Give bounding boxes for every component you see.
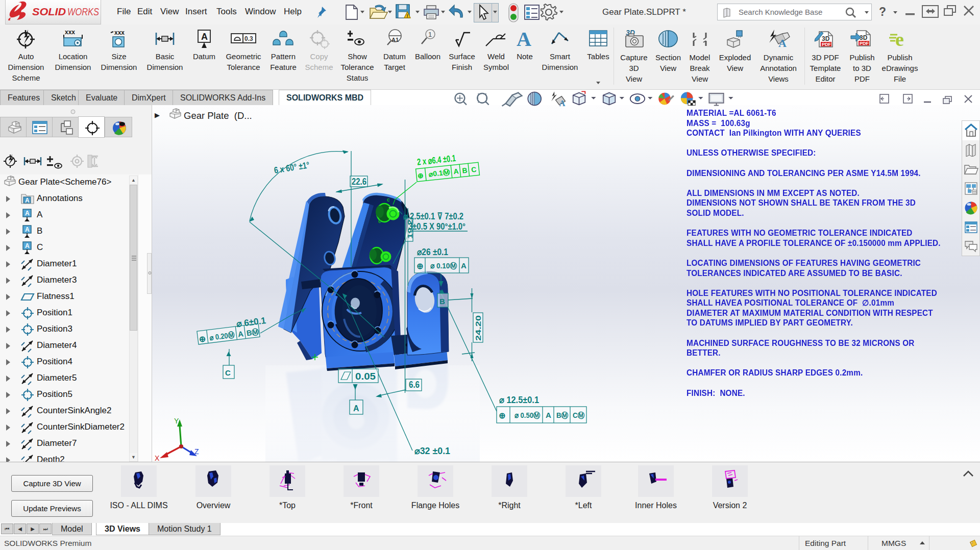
svg-text:⊕: ⊕: [417, 171, 424, 180]
svg-text:A: A: [353, 404, 359, 413]
svg-text:A: A: [237, 329, 244, 338]
svg-text:⌀32 ±0.1: ⌀32 ±0.1: [414, 446, 450, 456]
svg-text:WORKS: WORKS: [67, 6, 100, 17]
svg-text:A: A: [517, 29, 531, 49]
svg-text:⌀ 0.50Ⓜ: ⌀ 0.50Ⓜ: [514, 411, 540, 419]
svg-text:22.6: 22.6: [352, 177, 366, 187]
svg-text:A1: A1: [391, 37, 399, 43]
svg-text:SOLID: SOLID: [32, 6, 66, 17]
svg-text:B: B: [462, 166, 468, 175]
svg-text:3±0.5 X 90°±1.0°: 3±0.5 X 90°±1.0°: [408, 221, 465, 232]
svg-text:c: c: [387, 197, 390, 203]
svg-text:⊕: ⊕: [499, 411, 505, 420]
svg-text:⌀ 6±0.1: ⌀ 6±0.1: [236, 315, 266, 329]
svg-text:3D: 3D: [822, 35, 830, 42]
svg-text:A: A: [453, 167, 459, 176]
svg-text:⌀ 12.5±0.1: ⌀ 12.5±0.1: [499, 395, 539, 405]
svg-text:A: A: [25, 226, 30, 233]
svg-text:xxx: xxx: [114, 29, 125, 36]
svg-text:BⓂ: BⓂ: [556, 411, 568, 419]
svg-text:⊕: ⊕: [199, 334, 206, 344]
svg-text:PDF: PDF: [860, 41, 869, 46]
svg-text:C: C: [225, 368, 231, 377]
svg-text:⌀ 0.10Ⓜ: ⌀ 0.10Ⓜ: [430, 261, 457, 270]
svg-text:A: A: [559, 98, 566, 108]
svg-text:B: B: [439, 297, 445, 306]
svg-text:e: e: [895, 29, 904, 50]
svg-text:24.20: 24.20: [474, 315, 482, 341]
svg-text:!: !: [406, 13, 408, 18]
svg-text:6.6: 6.6: [409, 380, 420, 390]
svg-text:A: A: [778, 37, 787, 49]
svg-text:⌀26 ±0.1: ⌀26 ±0.1: [417, 247, 448, 257]
svg-text:1: 1: [428, 31, 432, 38]
svg-text:A: A: [546, 411, 551, 419]
svg-text:⊕: ⊕: [416, 262, 423, 270]
svg-text:A: A: [201, 32, 208, 42]
svg-text:0.05: 0.05: [355, 371, 376, 382]
svg-text:A: A: [461, 261, 467, 270]
svg-text:xxx: xxx: [65, 29, 75, 36]
svg-text:⌀0.1Ⓜ: ⌀0.1Ⓜ: [428, 168, 450, 178]
svg-text:0.3: 0.3: [244, 35, 253, 42]
svg-text:6 x 60° ±1°: 6 x 60° ±1°: [273, 160, 310, 176]
svg-text:X: X: [155, 454, 160, 462]
svg-text:Z: Z: [194, 447, 199, 456]
svg-text:A: A: [25, 210, 30, 217]
svg-text:CⓂ: CⓂ: [573, 411, 584, 419]
svg-text:A: A: [25, 242, 30, 249]
svg-text:C: C: [471, 165, 477, 174]
svg-text:Y: Y: [174, 417, 179, 425]
svg-text:A: A: [25, 197, 30, 204]
svg-text:19.2: 19.2: [407, 219, 414, 239]
svg-text:BⓂ: BⓂ: [246, 328, 259, 338]
svg-text:c: c: [378, 218, 381, 224]
svg-text:PDF: PDF: [822, 42, 831, 47]
